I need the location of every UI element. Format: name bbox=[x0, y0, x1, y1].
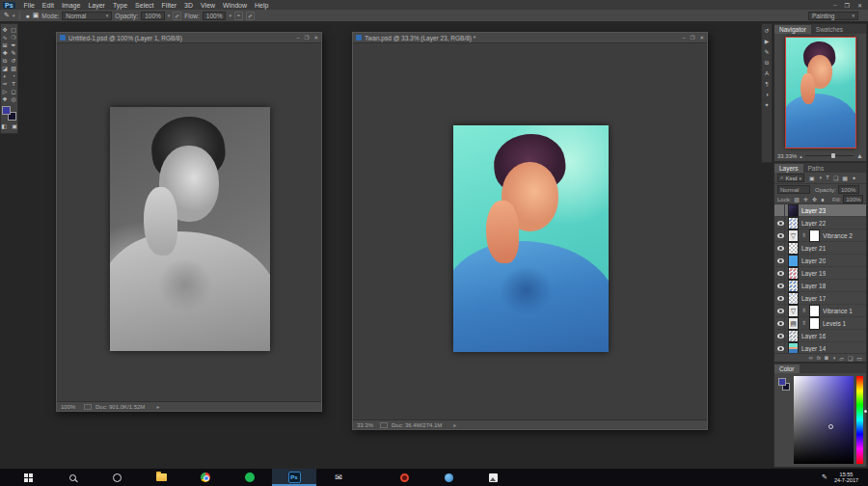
filter-type-icon[interactable]: T bbox=[826, 175, 829, 181]
eraser-tool[interactable]: ◪ bbox=[1, 65, 10, 72]
hand-tool[interactable]: ❖ bbox=[1, 95, 10, 103]
screen-mode-icon[interactable]: ▣ bbox=[11, 122, 19, 130]
layer-name[interactable]: Levels 1 bbox=[823, 320, 846, 327]
document-pasteboard[interactable] bbox=[57, 43, 321, 401]
filter-smart-object-icon[interactable]: ▦ bbox=[842, 175, 848, 181]
type-tool[interactable]: T bbox=[10, 80, 18, 88]
gradient-tool[interactable]: ▨ bbox=[10, 65, 18, 72]
layer-mask-thumbnail[interactable] bbox=[809, 230, 820, 242]
start-button[interactable] bbox=[6, 469, 50, 486]
taskbar-app-blue[interactable] bbox=[426, 469, 471, 486]
dodge-tool[interactable]: ◔ bbox=[10, 72, 18, 80]
doc-minimize-button[interactable]: – bbox=[296, 35, 299, 40]
visibility-eye-toggle[interactable] bbox=[776, 330, 785, 341]
airbrush-icon[interactable]: ≈ bbox=[234, 12, 243, 20]
visibility-eye-toggle[interactable] bbox=[776, 342, 785, 353]
menu-window[interactable]: Window bbox=[219, 2, 251, 9]
foreground-color-mini-swatch[interactable] bbox=[778, 378, 786, 386]
hue-slider[interactable] bbox=[856, 376, 863, 464]
link-layers-icon[interactable]: ∞ bbox=[809, 355, 813, 361]
taskbar-search[interactable] bbox=[50, 469, 95, 486]
layer-row[interactable]: ▽∞Vibrance 1 bbox=[774, 305, 866, 317]
blend-mode-select[interactable]: Normal ▾ bbox=[62, 12, 112, 20]
filter-kind-select[interactable]: ⌕ Kind ▾ bbox=[777, 174, 804, 182]
layer-row[interactable]: Layer 18 bbox=[774, 280, 866, 292]
menu-filter[interactable]: Filter bbox=[158, 2, 181, 9]
pen-input-icon[interactable]: ✎ bbox=[822, 473, 827, 481]
lock-pixels-icon[interactable]: ✛ bbox=[803, 196, 808, 202]
menu-select[interactable]: Select bbox=[131, 2, 157, 9]
taskbar-task-view[interactable] bbox=[95, 469, 139, 486]
layer-row[interactable]: Layer 20 bbox=[774, 255, 866, 267]
layer-name[interactable]: Layer 18 bbox=[801, 283, 826, 289]
layer-thumbnail[interactable] bbox=[788, 267, 799, 280]
taskbar-file-explorer[interactable] bbox=[139, 469, 183, 486]
taskbar-photoshop[interactable]: Ps bbox=[272, 469, 316, 486]
brush-tool[interactable]: ✎ bbox=[10, 49, 18, 57]
canvas-grayscale-photo[interactable] bbox=[110, 107, 270, 351]
navigator-zoom-slider[interactable] bbox=[805, 155, 854, 156]
levels-adjustment-icon[interactable]: ▤ bbox=[788, 317, 799, 330]
zoom-level[interactable]: 100% bbox=[61, 404, 80, 410]
layer-fill-input[interactable]: 100% bbox=[843, 195, 863, 203]
layer-row[interactable]: Layer 23 bbox=[774, 204, 866, 217]
visibility-eye-toggle[interactable] bbox=[776, 230, 785, 241]
vibrance-adjustment-icon[interactable]: ▽ bbox=[788, 305, 799, 317]
navigator-zoom-value[interactable]: 33.33% bbox=[777, 153, 797, 159]
filter-pin-icon[interactable]: ✦ bbox=[852, 175, 856, 181]
pen-tool[interactable]: ✑ bbox=[1, 80, 10, 88]
paragraph-panel-icon[interactable]: ¶ bbox=[765, 81, 768, 87]
layer-style-icon[interactable]: fx bbox=[817, 355, 821, 361]
delete-layer-icon[interactable]: ▭ bbox=[856, 355, 862, 362]
layer-thumbnail[interactable] bbox=[788, 292, 799, 305]
zoom-in-mountain-icon[interactable]: ▲ bbox=[856, 152, 863, 159]
menu-file[interactable]: File bbox=[20, 2, 39, 9]
path-selection-tool[interactable]: ▷ bbox=[1, 88, 10, 95]
layer-thumbnail[interactable] bbox=[788, 280, 799, 292]
brush-preset-picker-icon[interactable]: ● bbox=[25, 13, 29, 19]
minimize-button[interactable]: – bbox=[833, 2, 836, 9]
doc-restore-button[interactable]: ❐ bbox=[690, 35, 694, 40]
menu-type[interactable]: Type bbox=[109, 2, 131, 9]
tab-swatches[interactable]: Swatches bbox=[811, 25, 848, 34]
filter-pixel-icon[interactable]: ▣ bbox=[809, 175, 815, 181]
color-picker-marker[interactable] bbox=[828, 424, 833, 429]
close-button[interactable]: ✕ bbox=[857, 2, 862, 9]
layer-thumbnail[interactable] bbox=[788, 242, 799, 255]
layer-thumbnail[interactable] bbox=[788, 204, 799, 217]
toggle-brush-panel-icon[interactable]: ▣ bbox=[33, 12, 40, 19]
taskbar-spotify[interactable] bbox=[228, 469, 272, 486]
layer-name[interactable]: Layer 20 bbox=[801, 257, 826, 264]
layer-row[interactable]: ▽∞Vibrance 2 bbox=[774, 230, 866, 242]
quick-selection-tool[interactable]: ❍ bbox=[10, 34, 18, 41]
opacity-caret-icon[interactable]: ▾ bbox=[168, 13, 171, 18]
document-title-bar[interactable]: Untitled-1.psd @ 100% (Layer 1, RGB/8) –… bbox=[57, 33, 321, 43]
new-layer-icon[interactable]: ❏ bbox=[848, 355, 853, 362]
hue-slider-marker[interactable] bbox=[864, 410, 867, 413]
layer-name[interactable]: Layer 22 bbox=[801, 220, 826, 227]
clone-stamp-tool[interactable]: ⧉ bbox=[1, 57, 10, 65]
document-title-bar[interactable]: Twan.psd @ 33.3% (Layer 23, RGB/8) * –❐✕ bbox=[353, 33, 707, 43]
canvas-color-painting[interactable] bbox=[453, 125, 609, 352]
document-window-twan[interactable]: Twan.psd @ 33.3% (Layer 23, RGB/8) * –❐✕… bbox=[352, 32, 708, 430]
restore-button[interactable]: ❐ bbox=[845, 2, 850, 9]
layer-name[interactable]: Layer 16 bbox=[801, 333, 826, 339]
layer-name[interactable]: Layer 17 bbox=[801, 295, 826, 302]
menu-image[interactable]: Image bbox=[58, 2, 84, 9]
status-chevron-icon[interactable]: ▸ bbox=[453, 421, 456, 428]
slider-knob[interactable] bbox=[831, 153, 835, 158]
doc-restore-button[interactable]: ❐ bbox=[304, 35, 309, 40]
filter-adjustment-icon[interactable]: ◑ bbox=[819, 175, 823, 181]
layer-mask-thumbnail[interactable] bbox=[809, 305, 820, 317]
layer-name[interactable]: Layer 21 bbox=[801, 245, 826, 252]
menu-edit[interactable]: Edit bbox=[39, 2, 58, 9]
visibility-eye-toggle[interactable] bbox=[776, 217, 785, 229]
brush-tool-icon[interactable]: ✎ bbox=[4, 12, 10, 19]
lock-position-icon[interactable]: ✥ bbox=[812, 196, 817, 202]
visibility-eye-toggle[interactable] bbox=[776, 242, 785, 254]
pressure-opacity-icon[interactable]: ✐ bbox=[173, 12, 181, 20]
eyedropper-tool[interactable]: ✒ bbox=[10, 41, 18, 49]
zoom-out-mountain-icon[interactable]: ▴ bbox=[800, 153, 802, 159]
layer-name[interactable]: Layer 14 bbox=[801, 345, 826, 352]
menu-layer[interactable]: Layer bbox=[84, 2, 109, 9]
